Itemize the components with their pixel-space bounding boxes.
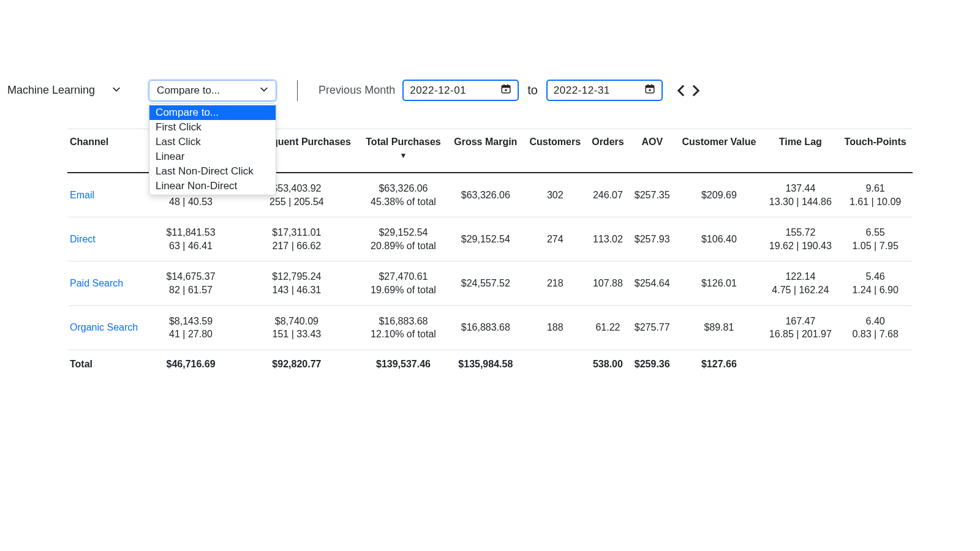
compare-dropdown: Compare to... First Click Last Click Lin… — [149, 103, 276, 195]
th-time-lag[interactable]: Time Lag — [763, 129, 838, 173]
totals-row: Total $46,716.69 $92,820.77 $139,537.46 … — [67, 350, 913, 378]
svg-rect-7 — [647, 84, 649, 86]
next-period-button[interactable] — [688, 83, 703, 98]
cell-total-purchases: $27,470.6119.69% of total — [359, 261, 448, 305]
table-row: Direct $11,841.5363 | 46.41 $17,311.0121… — [67, 217, 913, 261]
option-first-click[interactable]: First Click — [149, 120, 276, 135]
option-last-click[interactable]: Last Click — [149, 135, 276, 149]
th-gross-margin[interactable]: Gross Margin — [448, 129, 524, 173]
svg-rect-1 — [502, 86, 510, 88]
channel-link[interactable]: Organic Search — [70, 322, 138, 332]
cell-customers: 218 — [524, 261, 587, 305]
cell-gross-margin: $29,152.54 — [448, 217, 524, 261]
cell-total-purchases: $16,883.6812.10% of total — [359, 305, 448, 350]
cell-aov: $254.64 — [629, 261, 675, 305]
calendar-icon — [500, 83, 511, 97]
totals-time-lag — [763, 350, 838, 378]
cell-total-purchases: $29,152.5420.89% of total — [359, 217, 448, 261]
to-label: to — [527, 83, 538, 97]
svg-rect-3 — [507, 84, 508, 86]
totals-orders: 538.00 — [587, 350, 629, 378]
cell-customer-value: $126.01 — [675, 261, 763, 305]
totals-customers — [524, 350, 587, 378]
totals-customer-value: $127.66 — [675, 350, 763, 378]
option-linear-non-direct[interactable]: Linear Non-Direct — [149, 179, 276, 193]
cell-first-purchases: $8,143.5941 | 27.80 — [147, 305, 234, 350]
compare-select[interactable]: Compare to... — [149, 80, 276, 101]
cell-subsequent-purchases: $12,795.24143 | 46.31 — [235, 261, 359, 305]
cell-time-lag: 167.4716.85 | 201.97 — [763, 305, 838, 350]
cell-aov: $257.35 — [629, 173, 675, 217]
cell-touch-points: 5.461.24 | 6.90 — [838, 261, 913, 305]
totals-total-purchases: $139,537.46 — [359, 350, 448, 378]
channel-link[interactable]: Direct — [70, 234, 96, 244]
th-orders[interactable]: Orders — [587, 129, 629, 173]
cell-customer-value: $89.81 — [675, 305, 763, 350]
cell-subsequent-purchases: $17,311.01217 | 66.62 — [235, 217, 359, 261]
cell-touch-points: 9.611.61 | 10.09 — [838, 173, 913, 217]
svg-rect-4 — [505, 89, 507, 91]
cell-time-lag: 122.144.75 | 162.24 — [763, 261, 838, 305]
date-from-value: 2022-12-01 — [410, 84, 466, 97]
th-customers[interactable]: Customers — [524, 129, 587, 173]
cell-customers: 188 — [524, 305, 587, 350]
chevron-down-icon — [260, 84, 268, 97]
totals-aov: $259.36 — [629, 350, 675, 378]
cell-customers: 302 — [524, 173, 587, 217]
calendar-icon — [644, 83, 655, 97]
compare-select-label: Compare to... — [157, 84, 220, 97]
totals-subsequent-purchases: $92,820.77 — [235, 350, 359, 378]
th-touch-points[interactable]: Touch-Points — [838, 129, 913, 173]
totals-label: Total — [67, 350, 147, 378]
option-last-non-direct-click[interactable]: Last Non-Direct Click — [149, 164, 276, 179]
svg-rect-9 — [649, 89, 650, 91]
chevron-down-icon — [112, 84, 121, 97]
cell-orders: 107.88 — [587, 261, 629, 305]
option-linear[interactable]: Linear — [149, 149, 276, 164]
cell-gross-margin: $16,883.68 — [448, 305, 524, 350]
cell-time-lag: 137.4413.30 | 144.86 — [763, 173, 838, 217]
cell-touch-points: 6.400.83 | 7.68 — [838, 305, 913, 350]
cell-gross-margin: $63,326.06 — [448, 173, 524, 217]
cell-total-purchases: $63,326.0645.38% of total — [359, 173, 448, 217]
prev-period-button[interactable] — [674, 83, 688, 98]
cell-first-purchases: $11,841.5363 | 46.41 — [147, 217, 234, 261]
cell-customer-value: $106.40 — [675, 217, 763, 261]
th-channel[interactable]: Channel — [67, 129, 147, 173]
cell-customer-value: $209.69 — [675, 173, 763, 217]
totals-touch-points — [838, 350, 913, 378]
table-row: Paid Search $14,675.3782 | 61.57 $12,795… — [67, 261, 913, 305]
th-customer-value[interactable]: Customer Value — [675, 129, 763, 173]
period-label: Previous Month — [318, 84, 395, 97]
cell-first-purchases: $14,675.3782 | 61.57 — [147, 261, 234, 305]
channel-link[interactable]: Paid Search — [70, 278, 123, 288]
svg-rect-6 — [646, 86, 654, 88]
th-total-purchases[interactable]: Total Purchases ▼ — [359, 129, 448, 173]
cell-aov: $275.77 — [629, 305, 675, 350]
th-aov[interactable]: AOV — [629, 129, 675, 173]
cell-touch-points: 6.551.05 | 7.95 — [838, 217, 913, 261]
cell-subsequent-purchases: $8,740.09151 | 33.43 — [235, 305, 359, 350]
cell-aov: $257.93 — [629, 217, 675, 261]
cell-orders: 246.07 — [587, 173, 629, 217]
cell-orders: 61.22 — [587, 305, 629, 350]
model-select-label: Machine Learning — [7, 84, 95, 97]
totals-gross-margin: $135,984.58 — [448, 350, 524, 378]
channel-link[interactable]: Email — [70, 190, 94, 200]
sort-indicator-icon: ▼ — [363, 151, 444, 160]
model-select[interactable]: Machine Learning — [7, 84, 121, 97]
table-row: Organic Search $8,143.5941 | 27.80 $8,74… — [67, 305, 913, 350]
date-to-input[interactable]: 2022-12-31 — [546, 80, 663, 101]
totals-first-purchases: $46,716.69 — [147, 350, 234, 378]
cell-time-lag: 155.7219.62 | 190.43 — [763, 217, 838, 261]
toolbar: Machine Learning Compare to... Compare t… — [7, 80, 703, 101]
option-compare-to[interactable]: Compare to... — [149, 105, 276, 120]
svg-rect-8 — [651, 84, 652, 86]
cell-gross-margin: $24,557.52 — [448, 261, 524, 305]
date-from-input[interactable]: 2022-12-01 — [402, 80, 519, 101]
svg-rect-2 — [503, 84, 505, 86]
cell-orders: 113.02 — [587, 217, 629, 261]
divider — [297, 80, 298, 101]
cell-customers: 274 — [524, 217, 587, 261]
date-to-value: 2022-12-31 — [554, 84, 610, 97]
